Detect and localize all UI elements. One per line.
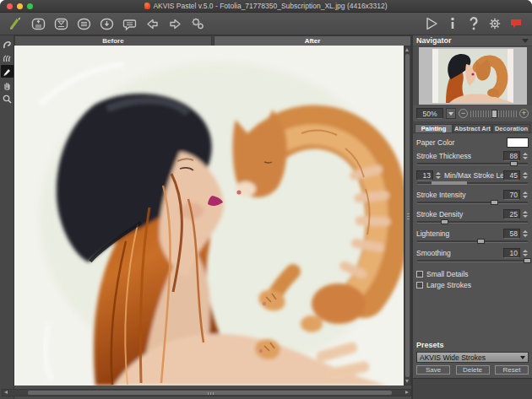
slider-range-fill	[432, 181, 467, 185]
stroke-intensity-value[interactable]: 70	[503, 190, 520, 200]
small-details-checkbox[interactable]	[416, 271, 423, 278]
about-icon[interactable]	[442, 14, 463, 33]
parameter-tabs: Painting Abstract Art Decoration	[413, 122, 532, 133]
navigator-menu-icon[interactable]	[522, 39, 529, 43]
lightening-slider[interactable]	[417, 240, 528, 243]
lightening-value[interactable]: 58	[503, 229, 520, 239]
save-image-icon[interactable]	[51, 14, 71, 33]
open-image-icon[interactable]	[28, 14, 48, 33]
undo-icon[interactable]	[142, 14, 162, 33]
slider-thumb[interactable]	[491, 200, 498, 205]
horizontal-scroll-thumb[interactable]	[28, 391, 392, 395]
stroke-thickness-slider[interactable]	[417, 163, 528, 165]
preset-buttons: Save Delete Reset	[416, 365, 529, 375]
preset-dropdown[interactable]: AKVIS Wide Strokes	[416, 352, 529, 363]
save-preset-button[interactable]: Save	[416, 365, 450, 375]
slider-thumb[interactable]	[441, 219, 448, 224]
tab-decoration[interactable]: Decoration	[492, 124, 530, 132]
smoothing-slider[interactable]	[417, 260, 528, 262]
stroke-length-slider[interactable]	[417, 182, 528, 185]
stroke-density-label: Stroke Density	[416, 210, 503, 218]
small-details-label: Small Details	[426, 270, 469, 278]
minimize-window-button[interactable]	[17, 3, 23, 9]
zoom-tool[interactable]	[1, 92, 14, 105]
scroll-right-arrow[interactable]	[405, 391, 409, 394]
zoom-slider-thumb[interactable]	[491, 110, 497, 118]
zoom-dropdown-icon[interactable]	[446, 108, 456, 119]
smoothing-value[interactable]: 10	[503, 248, 520, 258]
redo-icon[interactable]	[165, 14, 185, 33]
pastel-painting	[14, 46, 404, 386]
close-window-button[interactable]	[7, 3, 13, 9]
horizontal-scrollbar[interactable]	[2, 389, 411, 396]
smoothing-stepper[interactable]	[521, 248, 529, 258]
help-icon[interactable]	[464, 14, 484, 33]
tab-after[interactable]: After	[214, 35, 411, 46]
scroll-up-arrow[interactable]	[405, 48, 409, 51]
zoom-in-button[interactable]: +	[519, 109, 529, 118]
max-stroke-length-value[interactable]: 45	[503, 170, 520, 181]
tab-painting[interactable]: Painting	[415, 124, 453, 132]
min-stroke-length-stepper[interactable]	[434, 170, 442, 181]
zoom-window-button[interactable]	[27, 3, 33, 9]
reset-preset-button[interactable]: Reset	[495, 365, 529, 375]
tab-before[interactable]: Before	[14, 35, 212, 46]
small-details-option[interactable]: Small Details	[416, 269, 529, 279]
stroke-intensity-stepper[interactable]	[521, 190, 529, 200]
pastel-brush-tool[interactable]	[1, 65, 14, 78]
paper-color-swatch[interactable]	[507, 137, 529, 148]
min-stroke-length-value[interactable]: 13	[416, 170, 433, 181]
stroke-density-slider[interactable]	[417, 221, 528, 224]
stroke-intensity-slider[interactable]	[417, 202, 528, 204]
hint-area	[413, 378, 532, 399]
max-stroke-length-stepper[interactable]	[521, 170, 529, 181]
tab-abstract-art[interactable]: Abstract Art	[453, 124, 491, 132]
print-icon[interactable]	[73, 14, 94, 33]
navigator-thumbnail[interactable]	[432, 49, 513, 103]
paper-color-label: Paper Color	[416, 138, 507, 147]
app-window: AKVIS Pastel v.5.0 - Fotolia_71778350_Su…	[0, 0, 532, 399]
preferences-icon[interactable]	[485, 14, 505, 33]
zoom-controls: 50% − +	[413, 105, 532, 122]
hand-tool[interactable]	[1, 78, 14, 91]
title-bar: AKVIS Pastel v.5.0 - Fotolia_71778350_Su…	[0, 0, 532, 13]
run-icon[interactable]	[421, 14, 442, 33]
image-canvas[interactable]	[14, 46, 404, 386]
vertical-scrollbar[interactable]	[404, 46, 411, 386]
scroll-left-arrow[interactable]	[4, 391, 8, 394]
stroke-length-label: Min/Max Stroke Length	[444, 171, 503, 180]
stroke-thickness-stepper[interactable]	[521, 151, 529, 161]
stroke-thickness-value[interactable]: 88	[503, 151, 520, 161]
slider-thumb[interactable]	[510, 161, 518, 166]
window-controls	[7, 3, 33, 9]
stroke-density-value[interactable]: 25	[503, 209, 520, 219]
smudge-tool[interactable]	[1, 51, 14, 64]
share-icon[interactable]	[119, 14, 139, 33]
options-checkboxes: Small Details Large Strokes	[413, 267, 532, 294]
export-icon[interactable]	[96, 14, 117, 33]
slider-thumb[interactable]	[524, 258, 531, 263]
feedback-icon[interactable]	[506, 14, 526, 33]
stroke-density-stepper[interactable]	[521, 209, 529, 219]
slider-thumb[interactable]	[477, 239, 485, 244]
scroll-down-arrow[interactable]	[405, 380, 409, 383]
lightening-stepper[interactable]	[521, 229, 529, 239]
window-title: AKVIS Pastel v.5.0 - Fotolia_71778350_Su…	[153, 2, 387, 10]
large-strokes-checkbox[interactable]	[416, 282, 423, 288]
navigator-title: Navigator	[416, 36, 522, 45]
zoom-out-button[interactable]: −	[459, 109, 468, 118]
smoothing-label: Smoothing	[416, 249, 503, 257]
large-strokes-option[interactable]: Large Strokes	[416, 280, 529, 290]
parameters: Paper Color Stroke Thickness 88 13 Min/M…	[413, 133, 532, 267]
zoom-slider[interactable]	[470, 110, 517, 118]
delete-preset-button[interactable]: Delete	[456, 365, 490, 375]
zoom-value[interactable]: 50%	[416, 108, 443, 119]
navigator-header: Navigator	[413, 35, 532, 46]
tool-strip	[0, 35, 14, 399]
vertical-scroll-thumb[interactable]	[405, 54, 410, 377]
presets-section: Presets AKVIS Wide Strokes Save Delete R…	[413, 341, 532, 378]
stroke-thickness-label: Stroke Thickness	[416, 152, 503, 160]
direction-tool[interactable]	[1, 38, 14, 51]
panel-spacer	[413, 294, 532, 341]
batch-processing-icon[interactable]	[187, 14, 208, 33]
